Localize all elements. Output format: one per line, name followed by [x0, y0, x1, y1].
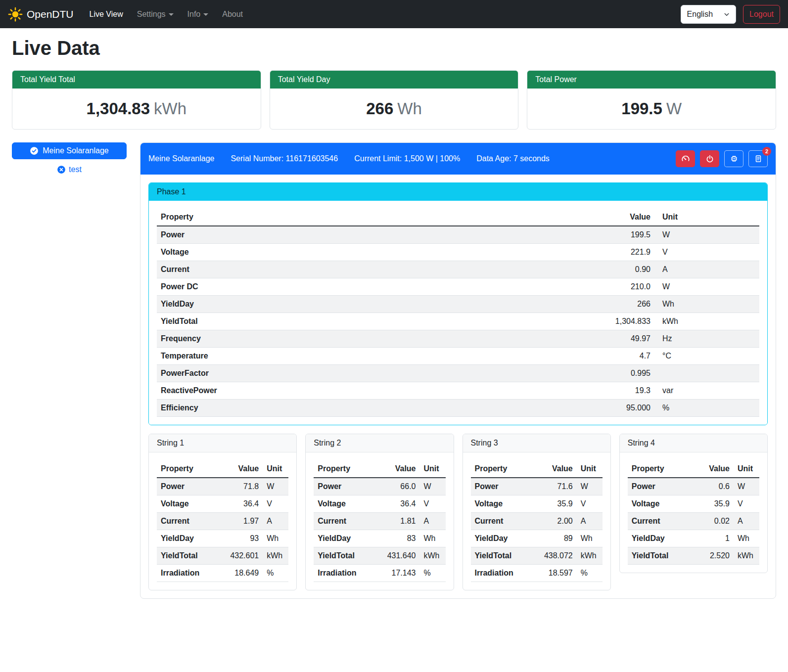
- nav-info[interactable]: Info: [181, 6, 216, 23]
- language-select[interactable]: English: [681, 5, 736, 24]
- row-unit: V: [654, 244, 759, 261]
- device-info-button[interactable]: [724, 150, 743, 167]
- row-property: YieldTotal: [157, 313, 590, 330]
- power-button[interactable]: [700, 150, 719, 167]
- summary-card-body: 1,304.83kWh: [12, 89, 261, 129]
- table-row: Voltage 221.9 V: [157, 244, 759, 261]
- row-property: Power: [157, 226, 590, 244]
- row-unit: Wh: [420, 530, 446, 547]
- inverter-name: Meine Solaranlage: [148, 154, 214, 163]
- nav-about[interactable]: About: [215, 6, 250, 23]
- row-unit: A: [263, 513, 288, 530]
- brand-label: OpenDTU: [27, 8, 74, 20]
- table-row: YieldTotal 2.520 kWh: [628, 547, 759, 565]
- row-property: Frequency: [157, 330, 590, 348]
- event-log-button[interactable]: 2: [748, 150, 768, 167]
- summary-unit: kWh: [154, 99, 186, 118]
- row-unit: Wh: [577, 530, 603, 547]
- row-unit: A: [420, 513, 446, 530]
- table-row: Irradiation 18.597 %: [471, 565, 603, 582]
- column-header-value: Value: [226, 460, 263, 478]
- summary-card: Total Power 199.5W: [527, 70, 776, 130]
- column-header-unit: Unit: [577, 460, 603, 478]
- string-card-1: String 1 Property Value Unit: [148, 434, 297, 590]
- row-value: 2.520: [698, 547, 734, 565]
- journal-icon: [754, 154, 763, 163]
- table-row: Irradiation 18.649 %: [157, 565, 288, 582]
- row-unit: Wh: [263, 530, 288, 547]
- page-title: Live Data: [12, 37, 776, 59]
- summary-card-body: 266Wh: [270, 89, 518, 129]
- row-unit: %: [654, 400, 759, 417]
- row-unit: V: [420, 495, 446, 513]
- navbar: OpenDTU Live View Settings Info About En…: [0, 0, 788, 28]
- sidebar-inverter-label: Meine Solaranlage: [43, 146, 108, 155]
- table-header-row: Property Value Unit: [314, 460, 445, 478]
- row-value: 49.97: [590, 330, 654, 348]
- string-card-2: String 2 Property Value Unit: [305, 434, 454, 590]
- table-row: Power 71.8 W: [157, 478, 288, 495]
- row-unit: °C: [654, 348, 759, 365]
- table-row: YieldDay 266 Wh: [157, 296, 759, 313]
- column-header-value: Value: [383, 460, 420, 478]
- string-card-title: String 1: [149, 434, 296, 452]
- row-value: 0.6: [698, 478, 734, 495]
- logout-button[interactable]: Logout: [743, 5, 780, 24]
- row-property: Voltage: [628, 495, 698, 513]
- row-value: 18.597: [540, 565, 577, 582]
- nav-info-label: Info: [187, 10, 201, 19]
- table-header-row: Property Value Unit: [628, 460, 759, 478]
- nav-live-view[interactable]: Live View: [83, 6, 130, 23]
- row-unit: %: [263, 565, 288, 582]
- row-property: Current: [314, 513, 383, 530]
- limit-settings-button[interactable]: [676, 150, 695, 167]
- row-unit: var: [654, 382, 759, 400]
- summary-unit: Wh: [397, 99, 422, 118]
- table-row: Current 0.90 A: [157, 261, 759, 278]
- table-row: Temperature 4.7 °C: [157, 348, 759, 365]
- row-value: 19.3: [590, 382, 654, 400]
- row-property: PowerFactor: [157, 365, 590, 382]
- string-table: Property Value Unit Power: [628, 460, 759, 565]
- row-unit: W: [263, 478, 288, 495]
- row-value: 431.640: [383, 547, 420, 565]
- nav-live-view-label: Live View: [90, 10, 123, 19]
- sidebar-item-inverter[interactable]: Meine Solaranlage: [12, 142, 127, 159]
- inverter-limit: Current Limit: 1,500 W | 100%: [354, 154, 460, 163]
- row-value: 1.97: [226, 513, 263, 530]
- row-property: Irradiation: [314, 565, 383, 582]
- row-value: 266: [590, 296, 654, 313]
- row-unit: Wh: [654, 296, 759, 313]
- table-row: Power 0.6 W: [628, 478, 759, 495]
- row-property: YieldDay: [157, 296, 590, 313]
- table-header-row: Property Value Unit: [471, 460, 603, 478]
- column-header-unit: Unit: [420, 460, 446, 478]
- row-property: Voltage: [157, 495, 226, 513]
- row-unit: Hz: [654, 330, 759, 348]
- nav-settings[interactable]: Settings: [130, 6, 181, 23]
- summary-card: Total Yield Total 1,304.83kWh: [12, 70, 261, 130]
- gauge-icon: [681, 154, 690, 163]
- row-property: Power: [628, 478, 698, 495]
- summary-card-title: Total Yield Total: [12, 71, 261, 89]
- table-row: Power DC 210.0 W: [157, 278, 759, 296]
- sidebar-item-test[interactable]: test: [12, 165, 127, 174]
- strings-row: String 1 Property Value Unit: [148, 434, 768, 590]
- row-value: 71.8: [226, 478, 263, 495]
- row-property: Voltage: [471, 495, 540, 513]
- row-value: 71.6: [540, 478, 577, 495]
- string-table: Property Value Unit Power: [471, 460, 603, 582]
- phase-card: Phase 1 Property Value Unit: [148, 182, 768, 425]
- row-value: 66.0: [383, 478, 420, 495]
- row-value: 93: [226, 530, 263, 547]
- string-card-title: String 3: [463, 434, 610, 452]
- summary-value: 1,304.83: [87, 99, 150, 118]
- row-property: Irradiation: [157, 565, 226, 582]
- row-value: 438.072: [540, 547, 577, 565]
- inverter-panel: Meine Solaranlage Serial Number: 1161716…: [140, 142, 776, 599]
- row-unit: A: [734, 513, 759, 530]
- row-property: YieldTotal: [314, 547, 383, 565]
- brand[interactable]: OpenDTU: [8, 7, 74, 22]
- sun-logo-icon: [8, 7, 23, 22]
- inverter-panel-header: Meine Solaranlage Serial Number: 1161716…: [140, 143, 776, 175]
